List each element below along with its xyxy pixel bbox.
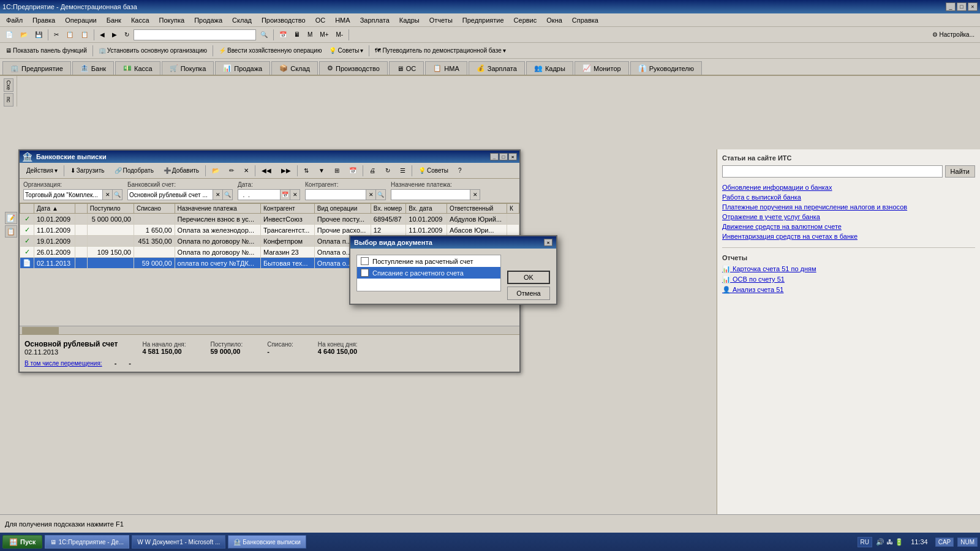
org-clear-btn[interactable]: ✕	[103, 189, 113, 200]
tab-warehouse[interactable]: 📦 Склад	[271, 61, 318, 75]
load-button[interactable]: ⬇ Загрузить	[66, 164, 109, 178]
bw-help[interactable]: ?	[454, 164, 466, 178]
close-button[interactable]: ×	[968, 2, 978, 11]
menu-os[interactable]: ОС	[311, 15, 331, 25]
bw-tips[interactable]: 💡 Советы	[414, 164, 453, 178]
org-input[interactable]	[23, 189, 103, 200]
table-row[interactable]: ✓ 11.01.2009 1 650,00 Оплата за железнод…	[20, 225, 519, 236]
paste-button[interactable]: 📋	[78, 28, 91, 42]
tab-bank[interactable]: 🏦 Банк	[72, 61, 114, 75]
menu-reports[interactable]: Отчеты	[424, 15, 458, 25]
copy-button[interactable]: 📋	[63, 28, 77, 42]
taskbar-item-active[interactable]: 🏦 Банковские выписки	[228, 535, 306, 549]
start-button[interactable]: 🪟 Пуск	[2, 535, 42, 549]
actions-dropdown[interactable]: Действия ▾	[22, 164, 62, 178]
col-received[interactable]: Поступило	[87, 204, 134, 214]
tab-production[interactable]: ⚙ Производство	[319, 61, 388, 75]
refresh-button[interactable]: ↻	[121, 28, 132, 42]
minimize-button[interactable]: _	[946, 2, 956, 11]
menu-salary[interactable]: Зарплата	[355, 15, 394, 25]
menu-operations[interactable]: Операции	[60, 15, 101, 25]
date-input[interactable]	[238, 189, 281, 200]
extra1[interactable]: M	[304, 28, 315, 42]
dialog-item-2[interactable]: Списание с расчетного счета	[357, 267, 500, 279]
col-innum[interactable]: Вх. номер	[371, 204, 405, 214]
bw-period[interactable]: 📅	[345, 164, 361, 178]
tab-enterprise[interactable]: 🏢 Предприятие	[2, 61, 71, 75]
dialog-cancel-button[interactable]: Отмена	[507, 287, 550, 300]
settings-button-right[interactable]: ⚙ Настройка...	[929, 28, 978, 42]
horizontal-scrollbar[interactable]	[20, 326, 519, 334]
save-button[interactable]: 💾	[32, 28, 45, 42]
bank-win-maximize[interactable]: □	[499, 153, 508, 160]
enter-op-button[interactable]: ⚡ Ввести хозяйственную операцию	[216, 44, 325, 58]
col-purpose[interactable]: Назначение платежа	[175, 204, 260, 214]
account-input[interactable]	[127, 189, 213, 200]
new-button[interactable]: 📄	[2, 28, 16, 42]
bw-nav-back[interactable]: ◀◀	[257, 164, 276, 178]
its-link-5[interactable]: Движение средств на валютном счете	[722, 223, 975, 230]
its-search-input[interactable]	[722, 165, 943, 178]
contractor-clear-btn[interactable]: ✕	[366, 189, 376, 200]
menu-sales[interactable]: Продажа	[189, 15, 227, 25]
extra3[interactable]: M-	[333, 28, 347, 42]
menu-file[interactable]: Файл	[1, 15, 28, 25]
report-link-3[interactable]: 👤 Анализ счета 51	[722, 286, 975, 294]
bw-filter[interactable]: ▼	[314, 164, 329, 178]
col-date[interactable]: Дата ▲	[34, 204, 75, 214]
transfers-link[interactable]: В том числе перемещения:	[24, 360, 102, 367]
menu-service[interactable]: Сервис	[509, 15, 542, 25]
menu-windows[interactable]: Окна	[541, 15, 567, 25]
bank-win-close[interactable]: ×	[508, 153, 517, 160]
menu-cash[interactable]: Касса	[126, 15, 154, 25]
col-written[interactable]: Списано	[134, 204, 175, 214]
date-clear-btn[interactable]: ✕	[290, 189, 300, 200]
match-button[interactable]: 🔗 Подобрать	[110, 164, 158, 178]
bw-print[interactable]: 🖨	[365, 164, 380, 178]
menu-production[interactable]: Производство	[257, 15, 311, 25]
col-operation[interactable]: Вид операции	[314, 204, 371, 214]
col-indate[interactable]: Вх. дата	[406, 204, 447, 214]
taskbar-item-2[interactable]: W W Документ1 - Microsoft ...	[132, 535, 225, 549]
taskbar-item-1[interactable]: 🖥 1С:Предприятие - Де...	[45, 535, 129, 549]
left-panel-icon-2[interactable]: пс	[4, 93, 13, 107]
dialog-ok-button[interactable]: OK	[507, 271, 550, 284]
title-bar-controls[interactable]: _ □ ×	[946, 2, 978, 11]
org-search-btn[interactable]: 🔍	[113, 189, 123, 200]
tab-cash[interactable]: 💵 Касса	[115, 61, 160, 75]
bw-refresh[interactable]: ↻	[381, 164, 394, 178]
report-link-2[interactable]: 📊 ОСВ по счету 51	[722, 276, 975, 283]
side-icon-2[interactable]: 📋	[5, 225, 17, 238]
bw-group[interactable]: ⊞	[330, 164, 344, 178]
menu-bank[interactable]: Банк	[102, 15, 126, 25]
contractor-search-btn[interactable]: 🔍	[376, 189, 386, 200]
tab-monitor[interactable]: 📈 Монитор	[575, 61, 629, 75]
col-contractor[interactable]: Контрагент	[260, 204, 314, 214]
bw-open[interactable]: 📂	[208, 164, 224, 178]
its-link-2[interactable]: Работа с выпиской банка	[722, 193, 975, 201]
calc-button[interactable]: 🖩	[291, 28, 303, 42]
guide-button[interactable]: 🗺 Путеводитель по демонстрационной базе …	[372, 44, 508, 58]
menu-help[interactable]: Справка	[567, 15, 603, 25]
tab-sales[interactable]: 📊 Продажа	[215, 61, 270, 75]
cut-button[interactable]: ✂	[51, 28, 62, 42]
its-search-button[interactable]: Найти	[945, 165, 975, 178]
show-panel-button[interactable]: 🖥 Показать панель функций	[2, 44, 90, 58]
purpose-input[interactable]	[391, 189, 470, 200]
bw-list[interactable]: ☰	[396, 164, 410, 178]
calendar-button[interactable]: 📅	[276, 28, 290, 42]
back-button[interactable]: ◀	[97, 28, 108, 42]
search-input-toolbar[interactable]	[134, 29, 256, 40]
checkbox-2[interactable]	[361, 269, 369, 277]
bw-nav-fwd[interactable]: ▶▶	[277, 164, 295, 178]
its-link-4[interactable]: Отражение в учете услуг банка	[722, 213, 975, 220]
tab-hr[interactable]: 👥 Кадры	[526, 61, 573, 75]
contractor-input[interactable]	[305, 189, 366, 200]
search-button[interactable]: 🔍	[257, 28, 271, 42]
menu-purchase[interactable]: Покупка	[154, 15, 190, 25]
bank-window-controls[interactable]: _ □ ×	[490, 153, 517, 160]
dialog-close-btn[interactable]: ×	[544, 239, 552, 246]
report-link-1[interactable]: 📊 Карточка счета 51 по дням	[722, 265, 975, 273]
dialog-item-1[interactable]: Поступление на расчетный счет	[357, 255, 500, 267]
tab-salary[interactable]: 💰 Зарплата	[469, 61, 525, 75]
